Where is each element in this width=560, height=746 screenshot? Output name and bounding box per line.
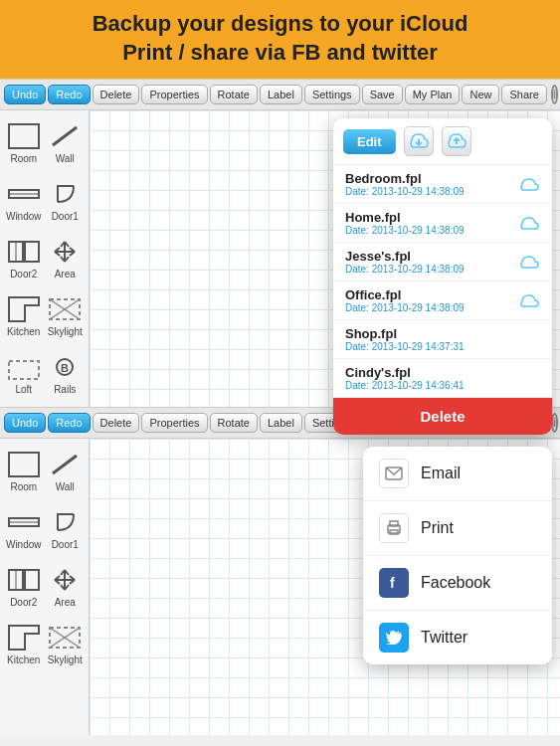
share-label-facebook: Facebook xyxy=(421,574,490,592)
label-button-top[interactable]: Label xyxy=(260,85,302,104)
undo-button-top[interactable]: Undo xyxy=(4,85,46,104)
file-list: Bedroom.fplDate: 2013-10-29 14:38:09Home… xyxy=(333,165,552,435)
sidebar-item-room[interactable]: Room xyxy=(4,114,44,170)
sidebar-item-rails[interactable]: B Rails xyxy=(46,345,86,401)
wall-label-b: Wall xyxy=(56,481,75,492)
door2-icon xyxy=(6,237,42,267)
file-item[interactable]: Cindy's.fplDate: 2013-10-29 14:36:41 xyxy=(333,359,552,398)
area-icon xyxy=(47,237,83,267)
properties-button-bottom[interactable]: Properties xyxy=(141,413,207,433)
window-icon-b xyxy=(6,507,42,537)
toolbar-top: Undo Redo Delete Properties Rotate Label… xyxy=(0,79,560,110)
share-item-twitter[interactable]: Twitter xyxy=(363,611,552,664)
sidebar-item-door2[interactable]: Door2 xyxy=(4,230,44,285)
file-item[interactable]: Home.fplDate: 2013-10-29 14:38:09 xyxy=(333,204,552,243)
delete-button-top[interactable]: Delete xyxy=(93,85,140,104)
banner-line2: Print / share via FB and twitter xyxy=(20,39,540,68)
file-date: Date: 2013-10-29 14:38:09 xyxy=(345,225,465,236)
redo-button-bottom[interactable]: Redo xyxy=(48,413,90,433)
svg-rect-47 xyxy=(390,521,398,526)
sidebar-item-door1-b[interactable]: Door1 xyxy=(46,500,86,556)
share-item-facebook[interactable]: fFacebook xyxy=(363,556,552,611)
info-button-top[interactable]: i xyxy=(551,85,558,104)
cloud-icon xyxy=(518,215,540,231)
banner-line1: Backup your designs to your iCloud xyxy=(20,10,540,39)
door1-icon xyxy=(47,179,83,209)
sidebar-item-area[interactable]: Area xyxy=(46,230,86,285)
share-item-print[interactable]: Print xyxy=(363,501,552,556)
sidebar-item-wall-b[interactable]: Wall xyxy=(46,443,86,498)
sidebar-item-kitchen-b[interactable]: Kitchen xyxy=(4,616,44,671)
sidebar-item-skylight-b[interactable]: Skylight xyxy=(46,616,86,671)
popup-download-button[interactable] xyxy=(404,126,434,156)
room-label: Room xyxy=(10,153,37,164)
svg-text:f: f xyxy=(390,575,395,591)
file-item[interactable]: Bedroom.fplDate: 2013-10-29 14:38:09 xyxy=(333,165,552,204)
properties-button-top[interactable]: Properties xyxy=(141,85,207,104)
sidebar-top: Room Wall Window xyxy=(0,110,90,407)
skylight-label: Skylight xyxy=(48,326,83,337)
area-label: Area xyxy=(55,269,76,280)
label-button-bottom[interactable]: Label xyxy=(260,413,302,433)
svg-line-26 xyxy=(53,456,77,473)
svg-rect-20 xyxy=(9,361,39,379)
delete-button-bottom[interactable]: Delete xyxy=(93,413,140,433)
window-label-b: Window xyxy=(6,539,42,550)
new-button-top[interactable]: New xyxy=(462,85,499,104)
skylight-icon xyxy=(47,294,83,324)
wall-icon xyxy=(47,121,83,151)
cloud-icon xyxy=(518,292,540,308)
share-button-top[interactable]: Share xyxy=(501,85,546,104)
sidebar-item-loft[interactable]: Loft xyxy=(4,345,44,401)
sidebar-item-door1[interactable]: Door1 xyxy=(46,172,86,228)
door1-label-b: Door1 xyxy=(52,539,79,550)
cloud-icon xyxy=(518,176,540,192)
undo-button-bottom[interactable]: Undo xyxy=(4,413,46,433)
kitchen-icon xyxy=(6,294,42,324)
cloud-icon xyxy=(518,254,540,270)
file-item[interactable]: Jesse's.fplDate: 2013-10-29 14:38:09 xyxy=(333,243,552,281)
rails-label: Rails xyxy=(54,384,76,395)
sidebar-item-skylight[interactable]: Skylight xyxy=(46,287,86,343)
rotate-button-top[interactable]: Rotate xyxy=(210,85,258,104)
file-date: Date: 2013-10-29 14:37:31 xyxy=(345,341,465,352)
save-button-top[interactable]: Save xyxy=(362,85,403,104)
sidebar-item-wall[interactable]: Wall xyxy=(46,114,86,170)
share-item-email[interactable]: Email xyxy=(363,447,552,501)
door2-label: Door2 xyxy=(10,269,37,280)
rotate-button-bottom[interactable]: Rotate xyxy=(210,413,258,433)
sidebar-item-window[interactable]: Window xyxy=(4,172,44,228)
svg-text:B: B xyxy=(61,362,69,374)
kitchen-icon-b xyxy=(6,623,42,653)
popup-upload-button[interactable] xyxy=(442,126,471,156)
share-label-twitter: Twitter xyxy=(421,629,467,647)
file-item[interactable]: Shop.fplDate: 2013-10-29 14:37:31 xyxy=(333,320,552,359)
panel-bottom: Room Wall Window Door1 Door2 xyxy=(0,439,560,735)
settings-button-top[interactable]: Settings xyxy=(304,85,360,104)
sidebar-item-room-b[interactable]: Room xyxy=(4,443,44,498)
file-name: Bedroom.fpl xyxy=(345,171,465,186)
myplan-popup: Edit Bedroom. xyxy=(333,118,552,435)
sidebar-item-door2-b[interactable]: Door2 xyxy=(4,558,44,614)
window-icon xyxy=(6,179,42,209)
file-name: Office.fpl xyxy=(345,287,465,302)
loft-label: Loft xyxy=(15,384,32,395)
share-label-email: Email xyxy=(421,465,461,482)
redo-button-top[interactable]: Redo xyxy=(48,85,90,104)
svg-line-1 xyxy=(53,127,77,145)
svg-rect-25 xyxy=(9,453,39,476)
area-label-b: Area xyxy=(55,597,76,608)
myplan-button-top[interactable]: My Plan xyxy=(405,85,461,104)
door2-label-b: Door2 xyxy=(10,597,37,608)
popup-edit-button[interactable]: Edit xyxy=(343,129,396,154)
door1-icon-b xyxy=(47,507,83,537)
kitchen-label: Kitchen xyxy=(7,326,40,337)
wall-label: Wall xyxy=(56,153,75,164)
file-item[interactable]: Office.fplDate: 2013-10-29 14:38:09 xyxy=(333,281,552,320)
svg-rect-0 xyxy=(9,124,39,148)
delete-button[interactable]: Delete xyxy=(333,398,552,435)
sidebar-item-window-b[interactable]: Window xyxy=(4,500,44,556)
file-name: Home.fpl xyxy=(345,210,465,225)
sidebar-item-area-b[interactable]: Area xyxy=(46,558,86,614)
sidebar-item-kitchen[interactable]: Kitchen xyxy=(4,287,44,343)
